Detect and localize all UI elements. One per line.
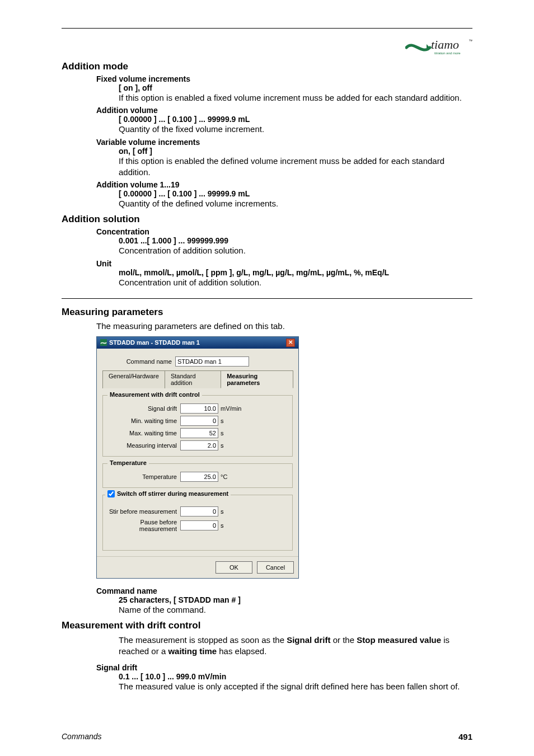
- tab-standard-addition[interactable]: Standard addition: [165, 370, 221, 388]
- tab-general-hardware[interactable]: General/Hardware: [102, 370, 165, 388]
- stir-before-label: Stir before measurement: [107, 508, 180, 515]
- heading-mwdc: Measurement with drift control: [62, 620, 472, 631]
- label-command-name: Command name: [96, 586, 472, 595]
- range-av119: [ 0.00000 ] ... [ 0.100 ] ... 99999.9 mL: [119, 189, 472, 198]
- label-signal-drift: Signal drift: [96, 663, 472, 672]
- min-wait-label: Min. waiting time: [107, 417, 180, 424]
- svg-text:™: ™: [469, 39, 472, 44]
- tab-measuring-parameters[interactable]: Measuring parameters: [221, 370, 293, 388]
- heading-addition-solution: Addition solution: [62, 214, 472, 225]
- signal-drift-input[interactable]: [180, 403, 218, 414]
- max-wait-unit: s: [218, 430, 224, 436]
- switch-off-stirrer-checkbox[interactable]: [107, 490, 115, 497]
- max-wait-label: Max. waiting time: [107, 430, 180, 436]
- signal-drift-unit: mV/min: [218, 405, 241, 412]
- range-av: [ 0.00000 ] ... [ 0.100 ] ... 99999.9 mL: [119, 115, 472, 124]
- ok-button[interactable]: OK: [216, 561, 252, 574]
- footer-section: Commands: [62, 732, 102, 741]
- desc-av119: Quantity of the defined volume increment…: [119, 198, 472, 209]
- pause-before-label: Pause before measurement: [107, 519, 180, 532]
- stir-before-input[interactable]: [180, 506, 218, 516]
- temperature-unit: °C: [218, 473, 227, 480]
- group-title-stirrer: Switch off stirrer during measurement: [117, 490, 228, 497]
- label-variable-volume-increments: Variable volume increments: [96, 138, 472, 147]
- command-name-label: Command name: [102, 358, 175, 365]
- label-addition-volume-1-19: Addition volume 1...19: [96, 180, 472, 189]
- page-number: 491: [458, 732, 472, 741]
- desc-av: Quantity of the fixed volume increment.: [119, 124, 472, 135]
- min-wait-unit: s: [218, 417, 224, 424]
- signal-drift-label: Signal drift: [107, 405, 180, 412]
- close-icon[interactable]: ✕: [286, 339, 295, 347]
- intro-measuring: The measuring parameters are defined on …: [96, 321, 472, 331]
- max-wait-input[interactable]: [180, 428, 218, 438]
- stir-before-unit: s: [218, 508, 224, 515]
- group-title-temperature: Temperature: [107, 459, 149, 466]
- range-unit: mol/L, mmol/L, µmol/L, [ ppm ], g/L, mg/…: [119, 268, 472, 277]
- measuring-interval-label: Measuring interval: [107, 442, 180, 449]
- temperature-label: Temperature: [107, 473, 180, 480]
- desc-command-name: Name of the command.: [119, 604, 472, 616]
- cancel-button[interactable]: Cancel: [257, 561, 294, 574]
- brand-tagline: titration and more: [434, 51, 461, 55]
- desc-fvi: If this option is enabled a fixed volume…: [119, 92, 472, 104]
- brand-logo: tiamo ™ titration and more: [405, 36, 472, 57]
- desc-signal-drift: The measured value is only accepted if t…: [119, 681, 472, 692]
- temperature-input[interactable]: [180, 472, 218, 482]
- measuring-interval-input[interactable]: [180, 440, 218, 450]
- range-command-name: 25 characters, [ STDADD man # ]: [119, 595, 472, 604]
- pause-before-unit: s: [218, 522, 224, 529]
- label-fixed-volume-increments: Fixed volume increments: [96, 74, 472, 83]
- dialog-title: STDADD man - STDADD man 1: [109, 339, 200, 346]
- brand-text: tiamo: [431, 37, 459, 51]
- desc-vvi: If this option is enabled the defined vo…: [119, 156, 472, 179]
- intro-mwdc: The measurement is stopped as soon as th…: [119, 635, 472, 658]
- range-signal-drift: 0.1 ... [ 10.0 ] ... 999.0 mV/min: [119, 672, 472, 681]
- range-concentration: 0.001 ...[ 1.000 ] ... 999999.999: [119, 236, 472, 245]
- range-fvi: [ on ], off: [119, 83, 472, 92]
- top-rule: [62, 28, 472, 29]
- label-addition-volume: Addition volume: [96, 106, 472, 115]
- label-unit: Unit: [96, 259, 472, 268]
- label-concentration: Concentration: [96, 227, 472, 236]
- heading-addition-mode: Addition mode: [62, 61, 472, 72]
- measuring-interval-unit: s: [218, 442, 224, 449]
- min-wait-input[interactable]: [180, 416, 218, 426]
- group-title-drift: Measurement with drift control: [107, 391, 202, 398]
- command-name-input[interactable]: [175, 356, 249, 367]
- desc-concentration: Concentration of addition solution.: [119, 245, 472, 256]
- heading-measuring-parameters: Measuring parameters: [62, 298, 472, 318]
- pause-before-input[interactable]: [180, 520, 218, 530]
- desc-unit: Concentration unit of addition solution.: [119, 277, 472, 288]
- app-icon: [100, 339, 107, 346]
- range-vvi: on, [ off ]: [119, 147, 472, 156]
- dialog-stdadd-man: STDADD man - STDADD man 1 ✕ Command name…: [96, 336, 299, 579]
